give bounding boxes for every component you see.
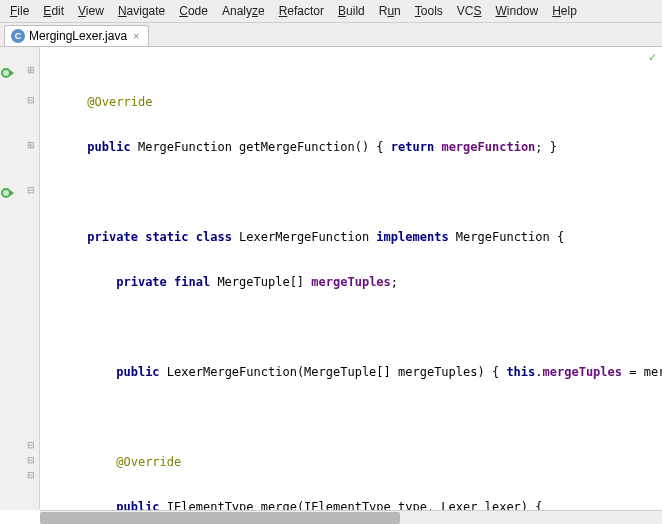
menu-vcs[interactable]: VCS (451, 2, 488, 20)
tab-label: MergingLexer.java (29, 29, 127, 43)
fold-toggle[interactable]: ⊟ (26, 440, 36, 450)
inspection-ok-icon[interactable]: ✓ (649, 50, 656, 65)
fold-toggle[interactable]: ⊟ (26, 95, 36, 105)
tab-bar: C MergingLexer.java × (0, 23, 662, 47)
menu-help[interactable]: Help (546, 2, 583, 20)
fold-toggle[interactable]: ⊟ (26, 455, 36, 465)
menu-file[interactable]: File (4, 2, 35, 20)
gutter[interactable]: ⊞ ⊟ ⊞ ⊟ ⊟ ⊟ ⊟ (0, 47, 40, 510)
menu-window[interactable]: Window (489, 2, 544, 20)
menu-code[interactable]: Code (173, 2, 214, 20)
editor-area: ⊞ ⊟ ⊞ ⊟ ⊟ ⊟ ⊟ ✓ @Override public MergeFu… (0, 47, 662, 510)
menu-edit[interactable]: Edit (37, 2, 70, 20)
horizontal-scrollbar[interactable] (40, 510, 662, 524)
fold-toggle[interactable]: ⊞ (26, 65, 36, 75)
menu-analyze[interactable]: Analyze (216, 2, 271, 20)
menu-tools[interactable]: Tools (409, 2, 449, 20)
java-class-icon: C (11, 29, 25, 43)
fold-toggle[interactable]: ⊞ (26, 140, 36, 150)
menu-run[interactable]: Run (373, 2, 407, 20)
close-icon[interactable]: × (131, 30, 141, 42)
code-editor[interactable]: ✓ @Override public MergeFunction getMerg… (40, 47, 662, 510)
fold-toggle[interactable]: ⊟ (26, 185, 36, 195)
scrollbar-thumb[interactable] (40, 512, 400, 524)
tab-merginglexer[interactable]: C MergingLexer.java × (4, 25, 149, 46)
menu-navigate[interactable]: Navigate (112, 2, 171, 20)
menu-view[interactable]: View (72, 2, 110, 20)
menu-bar: File Edit View Navigate Code Analyze Ref… (0, 0, 662, 23)
menu-refactor[interactable]: Refactor (273, 2, 330, 20)
menu-build[interactable]: Build (332, 2, 371, 20)
fold-toggle[interactable]: ⊟ (26, 470, 36, 480)
